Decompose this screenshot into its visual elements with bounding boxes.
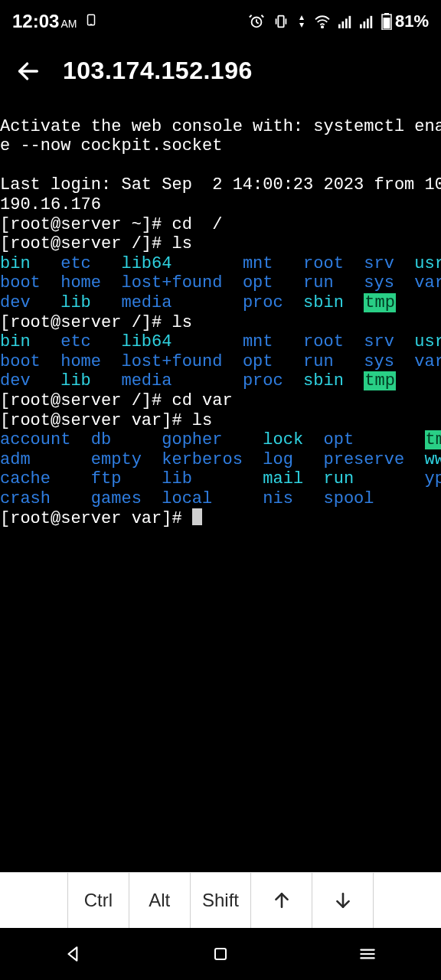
terminal[interactable]: Activate the web console with: systemctl…	[0, 93, 441, 529]
svg-line-5	[250, 15, 252, 18]
back-icon[interactable]	[15, 58, 41, 84]
ls-output-row: cache ftp lib mail run yp	[0, 469, 441, 488]
ls-output-row: dev lib media proc sbin tmp	[0, 371, 396, 390]
ls-output-row: boot home lost+found opt run sys var	[0, 352, 441, 371]
prompt: [root@server var]#	[0, 509, 202, 528]
page-title: 103.174.152.196	[63, 57, 253, 85]
kb-spacer	[374, 873, 441, 928]
svg-rect-18	[363, 21, 365, 28]
prompt: [root@server /]# cd var	[0, 391, 233, 410]
battery-indicator: 81%	[381, 11, 429, 31]
alarm-icon	[248, 13, 265, 30]
svg-marker-27	[69, 947, 77, 960]
battery-pct: 81%	[395, 11, 429, 31]
svg-rect-19	[367, 18, 369, 28]
prompt: [root@server /]# ls	[0, 234, 192, 253]
nav-recent-icon[interactable]	[358, 944, 377, 964]
svg-rect-7	[278, 16, 283, 28]
svg-rect-20	[370, 16, 372, 28]
svg-rect-16	[348, 16, 351, 28]
ls-output-row: bin etc lib64 mnt root srv usr	[0, 254, 441, 273]
app-header: 103.174.152.196	[0, 43, 441, 93]
vibrate-icon	[273, 13, 289, 30]
wifi-icon	[314, 15, 331, 28]
last-login: Last login: Sat Sep 2 14:00:23 2023 from…	[0, 175, 441, 194]
svg-rect-15	[345, 18, 348, 28]
status-right: 81%	[248, 11, 429, 31]
svg-line-6	[261, 15, 263, 18]
keyboard-modifier-bar: Ctrl Alt Shift	[0, 872, 441, 928]
android-nav-bar	[0, 928, 441, 980]
ls-output-row: crash games local nis spool	[0, 489, 374, 508]
clock: 12:03AM	[12, 11, 77, 32]
svg-rect-13	[338, 24, 341, 28]
svg-point-12	[322, 26, 323, 28]
motd-line: e --now cockpit.socket	[0, 136, 222, 155]
signal-icon-2	[360, 15, 374, 28]
prompt: [root@server /]# ls	[0, 313, 192, 332]
notification-icon	[84, 11, 98, 31]
ls-output-row: boot home lost+found opt run sys var	[0, 273, 441, 292]
svg-rect-28	[215, 949, 226, 959]
kb-spacer	[0, 873, 68, 928]
ls-output-row: dev lib media proc sbin tmp	[0, 293, 396, 312]
arrow-up-button[interactable]	[251, 873, 312, 928]
last-login: 190.16.176	[0, 195, 101, 214]
ls-output-row: account db gopher lock opt tmp	[0, 430, 441, 449]
ls-output-row: bin etc lib64 mnt root srv usr	[0, 332, 441, 351]
cursor	[192, 508, 202, 525]
alt-button[interactable]: Alt	[129, 873, 191, 928]
arrow-down-button[interactable]	[312, 873, 374, 928]
svg-rect-23	[383, 18, 390, 29]
data-icon	[297, 14, 306, 29]
prompt: [root@server var]# ls	[0, 411, 212, 430]
signal-icon	[338, 15, 352, 28]
status-left: 12:03AM	[12, 11, 98, 32]
ctrl-button[interactable]: Ctrl	[68, 873, 129, 928]
ls-output-row: adm empty kerberos log preserve www	[0, 450, 441, 469]
svg-rect-0	[88, 15, 95, 25]
nav-back-icon[interactable]	[64, 944, 83, 964]
shift-button[interactable]: Shift	[191, 873, 252, 928]
svg-marker-11	[299, 23, 304, 28]
svg-rect-14	[341, 21, 344, 28]
android-status-bar: 12:03AM	[0, 0, 441, 43]
nav-home-icon[interactable]	[211, 945, 230, 963]
svg-rect-17	[360, 24, 362, 28]
prompt: [root@server ~]# cd /	[0, 215, 222, 234]
svg-line-4	[256, 22, 259, 24]
svg-marker-10	[299, 15, 304, 20]
motd-line: Activate the web console with: systemctl…	[0, 117, 441, 136]
